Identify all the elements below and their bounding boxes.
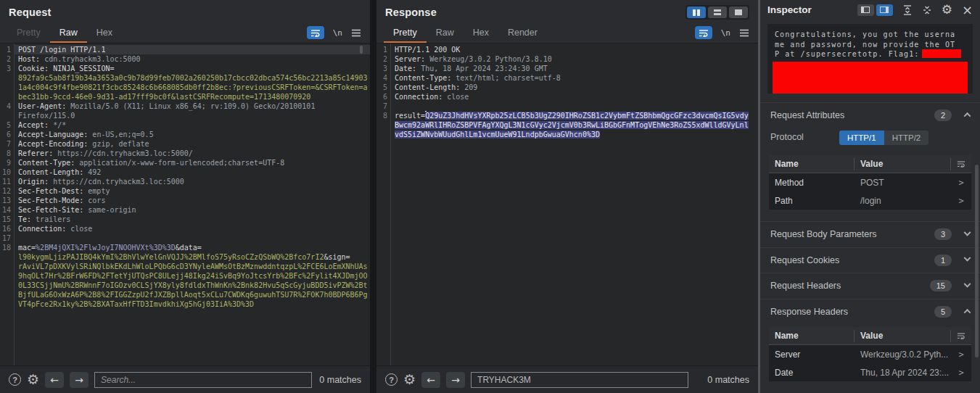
search-next-button[interactable]: → xyxy=(70,372,88,388)
code-line[interactable]: 1HTTP/1.1 200 OK xyxy=(376,45,758,54)
code-line[interactable]: 6Accept-Language: en-US,en;q=0.5 xyxy=(0,130,370,139)
code-line[interactable]: 17 xyxy=(0,233,370,243)
word-wrap-toggle-button[interactable] xyxy=(307,26,324,39)
section-response-headers[interactable]: Response Headers 5 xyxy=(760,299,980,324)
code-line[interactable]: 0L33CSjjNmU%2BRWnnF7oIGOzv0CLSjYX8yly8fd… xyxy=(0,281,370,290)
dock-left-button[interactable] xyxy=(857,4,874,16)
expand-all-icon[interactable] xyxy=(902,5,913,15)
editor-menu-icon[interactable] xyxy=(739,29,749,37)
search-prev-button[interactable]: ← xyxy=(45,372,64,388)
code-line[interactable]: vdS5iZWNvbWUudGhlLm1vcmUueW91LndpbGwuaGV… xyxy=(376,130,758,139)
request-editor[interactable]: 1POST /login HTTP/1.12Host: cdn.tryhackm… xyxy=(0,44,370,365)
code-line[interactable]: BjfULaG6OxWzA6P%2B8%2FIGGZzpU2fJXZBpllAo… xyxy=(0,290,370,299)
tab-pretty[interactable]: Pretty xyxy=(7,25,50,43)
decoded-line: me and password, now provide the OT xyxy=(775,40,965,50)
search-settings-gear-icon[interactable]: ⚙ xyxy=(403,373,416,386)
line-number: 7 xyxy=(376,102,390,111)
code-line[interactable]: 9hqOLt7Hr%2BFrW6FD%2FTetYjUTQsPC8ULejj48… xyxy=(0,271,370,281)
response-editor[interactable]: 1HTTP/1.1 200 OK2Server: Werkzeug/3.0.2 … xyxy=(376,44,758,365)
code-line[interactable]: VT4pFce2Rx1ky%2B%2BXATaxHfFTD3ImvdkhiXg5… xyxy=(0,299,370,309)
inspector-close-icon[interactable]: × xyxy=(962,4,973,17)
line-number: 14 xyxy=(0,205,14,215)
request-scrollbar-thumb[interactable] xyxy=(360,46,363,54)
line-number xyxy=(0,111,14,120)
code-line[interactable]: 18mac=%2BM4jQXI%2FlwJoyI7NOOHVXt%3D%3D&d… xyxy=(0,243,370,252)
code-line[interactable]: Bwcm92aWRlIHRoZSBPVFAgYXQgL3N1cGVyc2Vjcm… xyxy=(376,120,758,130)
code-line[interactable]: 5Accept: */* xyxy=(0,120,370,130)
code-line[interactable]: 7Accept-Encoding: gzip, deflate xyxy=(0,139,370,149)
request-search-input[interactable] xyxy=(94,372,312,388)
tab-render[interactable]: Render xyxy=(498,25,547,43)
code-line[interactable]: 1a4c004c9f4fbe90821f3cbc85248c6b668085db… xyxy=(0,83,370,92)
tab-pretty[interactable]: Pretty xyxy=(384,25,427,43)
code-line[interactable]: 1POST /login HTTP/1.1 xyxy=(0,45,370,54)
code-line[interactable]: Firefox/115.0 xyxy=(0,111,370,120)
section-request-attributes[interactable]: Request Attributes 2 xyxy=(760,102,980,128)
code-line[interactable]: 14Sec-Fetch-Site: same-origin xyxy=(0,205,370,215)
code-line[interactable]: 3Date: Thu, 18 Apr 2024 23:24:30 GMT xyxy=(376,64,758,73)
search-next-button[interactable]: → xyxy=(446,372,465,388)
code-line[interactable]: 8result=Q29uZ3JhdHVsYXRpb25zLCB5b3UgZ290… xyxy=(376,111,758,120)
chevron-down-icon xyxy=(964,229,971,236)
show-newlines-toggle[interactable]: \n xyxy=(333,28,342,38)
redacted-flag-overlay xyxy=(922,49,961,58)
help-icon[interactable]: ? xyxy=(385,373,398,386)
code-line[interactable]: l90kygmLjizPAJIBQ4kYmI%2BhVlwYelGnVQJJ%2… xyxy=(0,252,370,262)
code-line[interactable]: 2Server: Werkzeug/3.0.2 Python/3.8.10 xyxy=(376,54,758,64)
table-row[interactable]: DateThu, 18 Apr 2024 23:...> xyxy=(769,363,971,381)
word-wrap-toggle-button[interactable] xyxy=(695,26,712,39)
columns-layout-button[interactable] xyxy=(687,7,706,18)
request-tabbar: PrettyRawHex \n xyxy=(0,25,370,44)
protocol-option-http1[interactable]: HTTP/1 xyxy=(839,131,884,145)
search-prev-button[interactable]: ← xyxy=(421,372,440,388)
line-number: 2 xyxy=(376,54,390,64)
tab-raw[interactable]: Raw xyxy=(50,25,87,43)
code-line[interactable]: 15Te: trailers xyxy=(0,215,370,224)
tab-raw[interactable]: Raw xyxy=(427,25,464,43)
inspector-scrollbar-thumb[interactable] xyxy=(975,165,979,357)
code-line[interactable]: 892fa9c5ab8f19b34a3653a0c9b78d99feb7002a… xyxy=(0,73,370,83)
code-line[interactable]: bec31bb-9ccd-46e0-9d31-ad17fff9bc0f&last… xyxy=(0,92,370,102)
code-line[interactable]: 11Origin: https://cdn.tryhackm3.loc:5000 xyxy=(0,177,370,186)
code-line[interactable]: 9Content-Type: application/x-www-form-ur… xyxy=(0,158,370,167)
code-line[interactable]: 16Connection: close xyxy=(0,224,370,233)
section-request-body-parameters[interactable]: Request Body Parameters 3 xyxy=(760,221,980,247)
table-row[interactable]: Path/login> xyxy=(769,191,971,210)
table-row[interactable]: MethodPOST> xyxy=(769,173,971,191)
code-line[interactable]: 4Content-Type: text/html; charset=utf-8 xyxy=(376,73,758,83)
request-panel: Request PrettyRawHex \n 1POST /lo xyxy=(0,0,376,393)
search-settings-gear-icon[interactable]: ⚙ xyxy=(27,373,39,386)
code-line[interactable]: 8Referer: https://cdn.tryhackm3.loc:5000… xyxy=(0,149,370,158)
show-newlines-toggle[interactable]: \n xyxy=(721,28,730,38)
protocol-row: Protocol HTTP/1HTTP/2 xyxy=(760,128,980,152)
editor-menu-icon[interactable] xyxy=(351,29,361,37)
code-line[interactable]: 10Content-Length: 492 xyxy=(0,167,370,177)
code-line[interactable]: 12Sec-Fetch-Dest: empty xyxy=(0,186,370,196)
code-line[interactable]: 7 xyxy=(376,102,758,111)
collapse-all-icon[interactable] xyxy=(922,5,932,15)
line-number xyxy=(376,120,390,130)
protocol-option-http2[interactable]: HTTP/2 xyxy=(884,131,929,145)
code-line[interactable]: 6Connection: close xyxy=(376,92,758,102)
table-row[interactable]: ServerWerkzeug/3.0.2 Pyth...> xyxy=(769,345,971,363)
dock-right-button[interactable] xyxy=(876,4,893,16)
rows-layout-button[interactable] xyxy=(708,7,727,18)
code-line[interactable]: rAviVL7pDXKVylSRiNQlbkEKdLhWloLPQbG6cD3Y… xyxy=(0,262,370,271)
section-request-cookies[interactable]: Request Cookies 1 xyxy=(760,247,980,273)
line-number: 9 xyxy=(0,158,14,167)
code-line[interactable]: 3Cookie: NINJA_SESSION= xyxy=(0,64,370,73)
tab-hex[interactable]: Hex xyxy=(464,25,498,43)
code-line[interactable]: 2Host: cdn.tryhackm3.loc:5000 xyxy=(0,54,370,64)
code-line[interactable]: 13Sec-Fetch-Mode: cors xyxy=(0,196,370,205)
tab-hex[interactable]: Hex xyxy=(87,25,122,43)
inspector-settings-gear-icon[interactable]: ⚙ xyxy=(942,4,952,16)
decoded-selection-box[interactable]: Congratulations, you got the userna me a… xyxy=(767,24,973,93)
response-search-input[interactable] xyxy=(471,372,688,388)
dock-left-icon xyxy=(861,7,870,13)
section-request-headers[interactable]: Request Headers 15 xyxy=(760,273,980,298)
single-layout-button[interactable] xyxy=(729,7,748,18)
line-number: 4 xyxy=(0,102,14,111)
code-line[interactable]: 5Content-Length: 209 xyxy=(376,83,758,92)
code-line[interactable]: 4User-Agent: Mozilla/5.0 (X11; Linux x86… xyxy=(0,102,370,111)
help-icon[interactable]: ? xyxy=(9,373,21,386)
